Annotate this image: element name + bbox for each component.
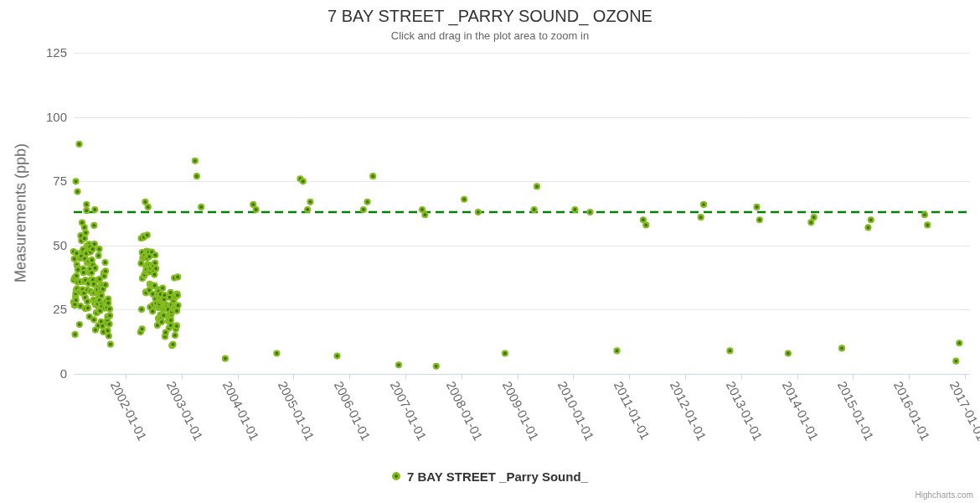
y-axis-tick-label: 100 [17,110,67,125]
chart-title: 7 BAY STREET _PARRY SOUND_ OZONE [0,7,980,26]
y-axis-title: Measurements (ppb) [13,143,30,283]
y-axis-tick-label: 125 [17,45,67,60]
legend-item-7-bay-street[interactable]: 7 BAY STREET _Parry Sound_ [392,469,588,484]
plot-area-canvas[interactable] [0,0,980,503]
chart-subtitle: Click and drag in the plot area to zoom … [0,29,980,42]
y-axis-tick-label: 75 [17,174,67,189]
ozone-scatter-chart: 7 BAY STREET _PARRY SOUND_ OZONE Click a… [0,0,980,503]
series-marker-icon [392,472,400,480]
legend-label: 7 BAY STREET _Parry Sound_ [407,469,588,484]
highcharts-credits-link[interactable]: Highcharts.com [916,490,973,500]
y-axis-tick-label: 50 [17,238,67,253]
y-axis-tick-label: 0 [17,366,67,381]
legend: 7 BAY STREET _Parry Sound_ [0,469,980,484]
y-axis-tick-label: 25 [17,302,67,317]
